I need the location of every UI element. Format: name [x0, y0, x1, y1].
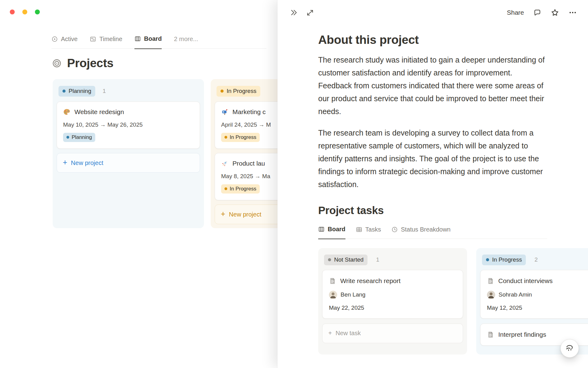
tasks-board: Not Started 1 Write research report [318, 248, 588, 355]
page-icon [487, 331, 494, 338]
favorite-star-icon[interactable] [551, 8, 559, 17]
view-tab-label: Board [144, 35, 162, 42]
status-dot [221, 90, 224, 93]
view-tab-timeline[interactable]: Timeline [90, 29, 122, 48]
task-date: May 12, 2025 [487, 305, 588, 311]
ai-assistant-icon [565, 344, 574, 353]
project-card-website-redesign[interactable]: Website redesign May 10, 2025 → May 26, … [57, 102, 200, 149]
window-controls [10, 10, 40, 14]
status-badge-not-started[interactable]: Not Started [324, 255, 368, 265]
avatar [487, 291, 495, 299]
task-tab-tasks[interactable]: Tasks [356, 220, 381, 239]
assignee-name: Ben Lang [341, 291, 365, 298]
task-tab-status-breakdown[interactable]: Status Breakdown [391, 220, 450, 239]
status-dot [486, 258, 489, 261]
doc-paragraph: The research team is developing a survey… [318, 126, 547, 191]
column-header: In Progress 2 [480, 252, 588, 270]
task-view-tabs: Board Tasks Status Breakdown [318, 220, 547, 239]
column-count: 2 [534, 256, 538, 263]
page-title-row: Projects [52, 56, 114, 70]
star-burst-icon [51, 36, 58, 42]
status-badge-in-progress[interactable]: In Progress [482, 255, 526, 265]
zoom-window-button[interactable] [35, 10, 40, 14]
card-title: Website redesign [74, 108, 124, 116]
task-card-conduct-interviews[interactable]: Conduct interviews Sohrab Amin May 12, 2… [480, 270, 588, 319]
rocket-icon [221, 160, 228, 167]
panel-toolbar: Share [277, 0, 588, 25]
card-title: Product lau [232, 160, 265, 167]
page-title: Projects [67, 56, 114, 70]
new-project-button[interactable]: + New project [57, 153, 200, 173]
card-dates: May 10, 2025 → May 26, 2025 [63, 121, 194, 128]
column-header: Planning 1 [57, 83, 200, 102]
minimize-window-button[interactable] [22, 10, 27, 14]
view-tabs: Active Timeline Board 2 more... [51, 29, 266, 49]
plus-icon: + [328, 330, 332, 337]
view-tab-board[interactable]: Board [134, 29, 162, 49]
doc-title: About this project [318, 33, 546, 47]
palette-icon [63, 108, 70, 116]
status-badge-in-progress[interactable]: In Progress [217, 86, 260, 97]
task-tab-board[interactable]: Board [318, 220, 345, 239]
panel-content: About this project The research study wa… [277, 25, 588, 368]
status-dot [328, 258, 331, 261]
task-column-not-started: Not Started 1 Write research report [318, 248, 467, 355]
card-status-tag: In Progress [221, 133, 260, 142]
board-icon [318, 226, 325, 232]
task-column-in-progress: In Progress 2 Conduct interviews [476, 248, 588, 355]
status-badge-planning[interactable]: Planning [58, 86, 95, 97]
more-options-icon[interactable] [568, 8, 577, 17]
close-window-button[interactable] [10, 10, 15, 14]
assignee-name: Sohrab Amin [499, 291, 532, 298]
timeline-icon [90, 36, 96, 42]
close-side-peek-button[interactable] [290, 9, 298, 17]
clock-icon [391, 226, 398, 233]
view-tab-label: Timeline [99, 36, 122, 43]
column-count: 1 [103, 88, 106, 94]
status-dot [62, 90, 66, 93]
task-date: May 22, 2025 [329, 305, 456, 311]
plus-icon: + [221, 210, 225, 218]
tasks-heading: Project tasks [318, 204, 546, 217]
card-status-tag: In Progress [221, 184, 260, 194]
task-title: Interpret findings [498, 331, 546, 338]
board-column-planning: Planning 1 Website redesign May 10, 2025… [53, 79, 204, 228]
page-icon [487, 277, 494, 285]
side-peek-panel: Share About this project The research st… [277, 0, 588, 368]
view-tab-active[interactable]: Active [51, 29, 77, 48]
avatar [329, 291, 337, 299]
status-dot [224, 136, 227, 139]
card-status-tag: Planning [63, 133, 95, 142]
card-title: Marketing c [232, 108, 266, 116]
table-icon [356, 226, 362, 233]
status-dot [66, 136, 69, 139]
new-task-button[interactable]: + New task [322, 324, 463, 343]
view-tab-label: Active [61, 36, 77, 43]
task-title: Write research report [340, 277, 401, 285]
view-tab-label: 2 more... [174, 36, 198, 43]
board-icon [134, 36, 141, 42]
notion-window: { "left": { "view_tabs": [ { "label": "A… [0, 0, 588, 368]
comment-icon[interactable] [533, 9, 541, 17]
page-icon [329, 277, 336, 285]
share-button[interactable]: Share [507, 9, 524, 16]
target-icon [52, 59, 62, 68]
column-count: 1 [376, 256, 379, 263]
view-tab-more[interactable]: 2 more... [174, 29, 198, 48]
task-title: Conduct interviews [498, 277, 552, 285]
task-card-write-research-report[interactable]: Write research report Ben Lang May 22, 2… [322, 270, 463, 319]
doc-paragraph: The research study was initiated to gain… [318, 53, 547, 118]
plus-icon: + [63, 159, 67, 166]
expand-icon[interactable] [306, 9, 314, 17]
ai-assistant-button[interactable] [560, 339, 579, 358]
mailbox-icon [221, 108, 228, 116]
column-header: Not Started 1 [322, 252, 463, 270]
status-dot [224, 187, 227, 190]
